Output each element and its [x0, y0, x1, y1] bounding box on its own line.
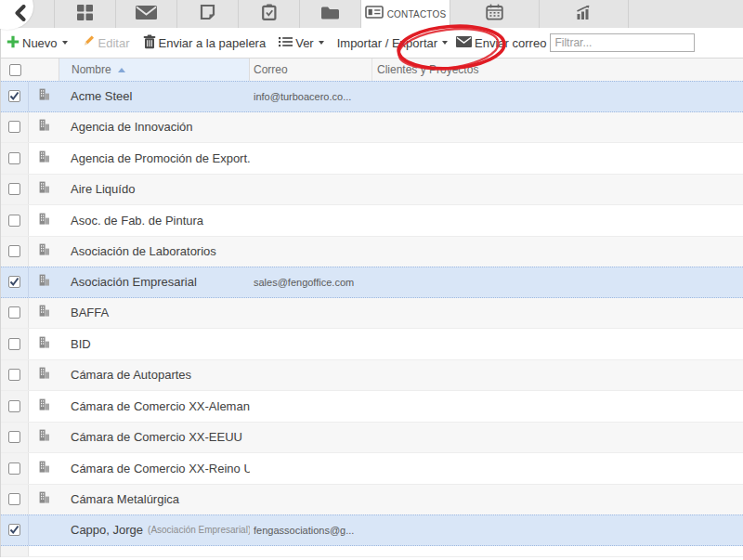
- contact-email-cell: [250, 112, 372, 143]
- column-header-correo[interactable]: Correo: [250, 59, 372, 81]
- tab-documents[interactable]: [299, 0, 360, 28]
- contact-email-cell: [250, 298, 372, 329]
- table-row[interactable]: Asociación de Laboratorios: [1, 237, 743, 268]
- clipboard-icon: [262, 4, 277, 24]
- grid-icon: [76, 4, 94, 25]
- row-type-cell: [29, 515, 59, 545]
- tab-overview[interactable]: [54, 0, 115, 28]
- select-all-checkbox[interactable]: [9, 64, 21, 76]
- contact-name-cell[interactable]: Asociación Empresarial: [59, 267, 250, 297]
- contact-name: Cappo, Jorge: [71, 523, 143, 537]
- contact-name-cell[interactable]: BAFFA: [59, 298, 250, 329]
- contact-name-cell[interactable]: Acme Steel: [59, 82, 250, 111]
- contact-name-cell[interactable]: Cappo, Jorge(Asociación Empresarial): [59, 515, 250, 545]
- row-checkbox-cell: [1, 267, 29, 297]
- tab-contacts[interactable]: CONTACTOS: [360, 0, 450, 28]
- row-type-cell: [29, 267, 59, 297]
- send-to-trash-button[interactable]: Enviar a la papelera: [143, 34, 267, 52]
- table-row[interactable]: Cámara de Comercio XX-Alemania: [1, 391, 743, 423]
- table-row[interactable]: Cámara de Autopartes: [1, 360, 743, 392]
- row-checkbox[interactable]: [8, 462, 20, 475]
- row-checkbox[interactable]: [8, 90, 20, 102]
- contact-name: Asociación Empresarial: [71, 275, 197, 289]
- table-row[interactable]: BID: [1, 329, 743, 360]
- row-checkbox[interactable]: [8, 431, 20, 443]
- trash-icon: [143, 34, 156, 52]
- contact-name-cell[interactable]: BID: [59, 329, 250, 359]
- row-checkbox[interactable]: [8, 369, 20, 381]
- organization-icon: [37, 118, 51, 136]
- row-checkbox[interactable]: [8, 493, 20, 505]
- contact-name-cell[interactable]: Asociación de Laboratorios: [59, 237, 250, 267]
- table-row[interactable]: Agencia de Innovación: [1, 112, 743, 144]
- contact-projects-cell: [372, 485, 743, 515]
- edit-button[interactable]: Editar: [81, 34, 130, 51]
- row-type-cell: [29, 360, 59, 391]
- chevron-down-icon: [62, 41, 68, 45]
- row-checkbox-cell: [1, 237, 29, 267]
- contact-name-cell[interactable]: Agencia de Innovación: [59, 112, 250, 143]
- tab-notes[interactable]: [176, 0, 238, 28]
- contact-email-cell: [250, 423, 372, 453]
- table-row[interactable]: Aire Liquído: [1, 175, 743, 206]
- contact-name: BID: [71, 337, 91, 351]
- contact-projects-cell: [372, 267, 743, 297]
- table-row[interactable]: Acme Steelinfo@turboacero.co...: [1, 81, 743, 112]
- contact-name-cell[interactable]: Agencia de Promoción de Export...: [59, 143, 250, 174]
- row-checkbox[interactable]: [8, 245, 20, 257]
- tab-reports[interactable]: [539, 0, 628, 28]
- table-row[interactable]: BAFFA: [1, 298, 743, 330]
- view-button[interactable]: Ver: [279, 36, 324, 50]
- row-checkbox[interactable]: [8, 121, 20, 133]
- organization-icon: [37, 87, 51, 105]
- contact-name-cell[interactable]: Cámara Metalúrgica: [59, 485, 250, 515]
- contact-name-cell[interactable]: Cámara de Autopartes: [59, 360, 250, 391]
- import-export-button[interactable]: Importar / Exportar: [337, 36, 448, 50]
- tab-calendar[interactable]: [450, 0, 539, 28]
- organization-icon: [37, 242, 51, 260]
- send-email-button[interactable]: Enviar correo: [456, 36, 546, 50]
- table-row[interactable]: Asociación Empresarialsales@fengoffice.c…: [1, 267, 743, 298]
- row-checkbox[interactable]: [8, 524, 20, 536]
- contact-name: Cámara de Autopartes: [71, 368, 191, 382]
- contact-name-cell[interactable]: Cámara de Comercio XX-Reino U...: [59, 453, 250, 484]
- row-checkbox-cell: [1, 82, 29, 111]
- plus-icon: [7, 35, 20, 51]
- filter-input[interactable]: [550, 33, 695, 52]
- row-checkbox[interactable]: [8, 152, 20, 164]
- table-row[interactable]: Asoc. de Fab. de Pintura: [1, 205, 743, 237]
- table-row[interactable]: Cappo, Jorge(Asociación Empresarial)feng…: [1, 514, 743, 546]
- row-checkbox[interactable]: [8, 215, 20, 227]
- contact-projects-cell: [372, 205, 743, 236]
- column-header-clientes-proyectos[interactable]: Clientes y Proyectos: [372, 59, 743, 81]
- contact-projects-cell: [372, 82, 743, 111]
- contact-name: Acme Steel: [71, 89, 132, 103]
- row-checkbox-cell: [1, 205, 29, 236]
- row-type-cell: [29, 423, 59, 453]
- row-checkbox[interactable]: [8, 183, 20, 195]
- table-row[interactable]: Agencia de Promoción de Export...: [1, 143, 743, 175]
- chevron-down-icon: [442, 41, 448, 45]
- organization-icon: [37, 273, 51, 291]
- organization-icon: [37, 490, 51, 508]
- column-header-nombre[interactable]: Nombre: [59, 59, 250, 81]
- row-checkbox[interactable]: [8, 276, 20, 288]
- contact-name-cell[interactable]: Cámara de Comercio XX-Alemania: [59, 391, 250, 422]
- contact-projects-cell: [372, 329, 743, 359]
- contact-name-cell[interactable]: Cámara de Comercio XX-EEUU: [59, 423, 250, 453]
- tab-tasks[interactable]: [238, 0, 299, 28]
- row-type-cell: [29, 175, 59, 205]
- contact-email-cell: [250, 143, 372, 174]
- contact-name-cell[interactable]: Aire Liquído: [59, 175, 250, 205]
- new-button[interactable]: Nuevo: [7, 35, 68, 51]
- contact-name-cell[interactable]: Asoc. de Fab. de Pintura: [59, 205, 250, 236]
- tab-mail[interactable]: [115, 0, 176, 28]
- row-checkbox[interactable]: [8, 400, 20, 412]
- edit-button-label: Editar: [98, 36, 130, 50]
- table-row[interactable]: Cámara de Comercio XX-EEUU: [1, 423, 743, 454]
- row-checkbox[interactable]: [8, 306, 20, 319]
- row-checkbox-cell: [1, 515, 29, 545]
- table-row[interactable]: Cámara de Comercio XX-Reino U...: [1, 453, 743, 485]
- table-row[interactable]: Cámara Metalúrgica: [1, 485, 743, 516]
- row-checkbox[interactable]: [8, 338, 20, 350]
